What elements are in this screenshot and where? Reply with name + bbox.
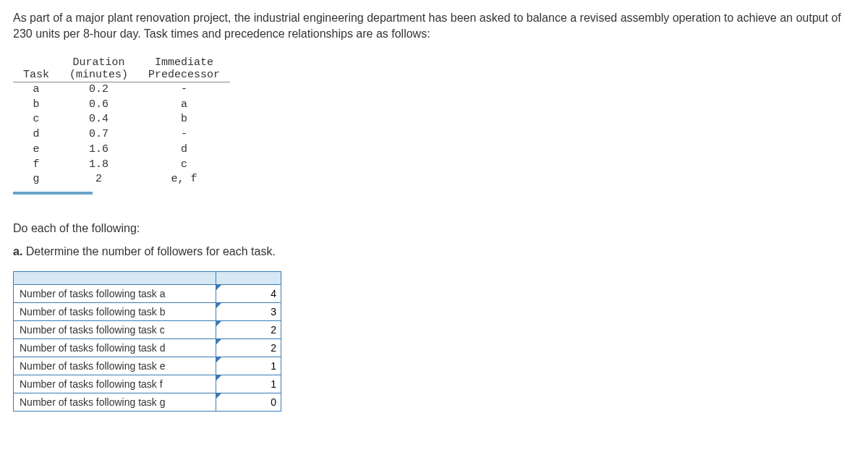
task-row: b0.6a xyxy=(13,98,230,113)
question-a-text: Determine the number of followers for ea… xyxy=(22,245,276,257)
followers-label: Number of tasks following task b xyxy=(14,303,216,321)
table-row: Number of tasks following task b xyxy=(14,303,281,321)
followers-label: Number of tasks following task d xyxy=(14,339,216,357)
followers-input-a[interactable] xyxy=(216,285,281,302)
col-duration: Duration (minutes) xyxy=(59,56,138,82)
followers-input-g[interactable] xyxy=(216,393,281,411)
cell-marker-icon xyxy=(216,375,221,380)
table-underline xyxy=(13,192,93,195)
table-row: Number of tasks following task e xyxy=(14,357,281,375)
cell-marker-icon xyxy=(216,321,221,326)
followers-table: Number of tasks following task a Number … xyxy=(13,271,281,412)
task-row: g2e, f xyxy=(13,172,230,187)
do-each-heading: Do each of the following: xyxy=(13,222,855,235)
cell-marker-icon xyxy=(216,339,221,344)
followers-label: Number of tasks following task e xyxy=(14,357,216,375)
cell-marker-icon xyxy=(216,303,221,308)
cell-marker-icon xyxy=(216,357,221,362)
followers-input-f[interactable] xyxy=(216,375,281,393)
cell-marker-icon xyxy=(216,393,221,399)
task-row: c0.4b xyxy=(13,112,230,127)
task-row: d0.7- xyxy=(13,127,230,142)
problem-intro: As part of a major plant renovation proj… xyxy=(13,10,855,43)
followers-input-d[interactable] xyxy=(216,339,281,357)
table-row: Number of tasks following task a xyxy=(14,285,281,303)
followers-input-e[interactable] xyxy=(216,357,281,375)
question-a: a. Determine the number of followers for… xyxy=(13,245,855,258)
cell-marker-icon xyxy=(216,285,221,290)
followers-header-blank-1 xyxy=(14,272,216,285)
table-row: Number of tasks following task f xyxy=(14,375,281,393)
col-task: Task xyxy=(13,56,59,82)
question-a-prefix: a. xyxy=(13,245,22,257)
followers-label: Number of tasks following task c xyxy=(14,321,216,339)
followers-label: Number of tasks following task f xyxy=(14,375,216,393)
followers-label: Number of tasks following task a xyxy=(14,285,216,303)
followers-input-b[interactable] xyxy=(216,303,281,320)
table-row: Number of tasks following task d xyxy=(14,339,281,357)
table-row: Number of tasks following task c xyxy=(14,321,281,339)
table-row: Number of tasks following task g xyxy=(14,393,281,412)
task-row: a0.2- xyxy=(13,82,230,97)
task-precedence-table: Task Duration (minutes) Immediate Predec… xyxy=(13,56,230,187)
col-predecessor: Immediate Predecessor xyxy=(138,56,230,82)
followers-input-c[interactable] xyxy=(216,321,281,338)
task-row: e1.6d xyxy=(13,142,230,158)
followers-label: Number of tasks following task g xyxy=(14,393,216,412)
followers-header-blank-2 xyxy=(216,272,281,285)
task-row: f1.8c xyxy=(13,158,230,173)
